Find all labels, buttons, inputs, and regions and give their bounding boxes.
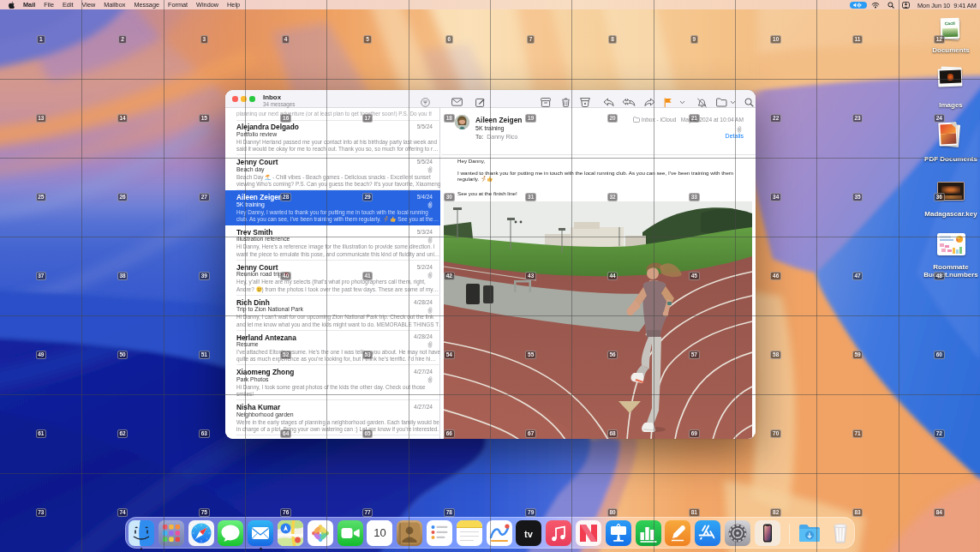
svg-text:tv: tv bbox=[525, 528, 535, 538]
